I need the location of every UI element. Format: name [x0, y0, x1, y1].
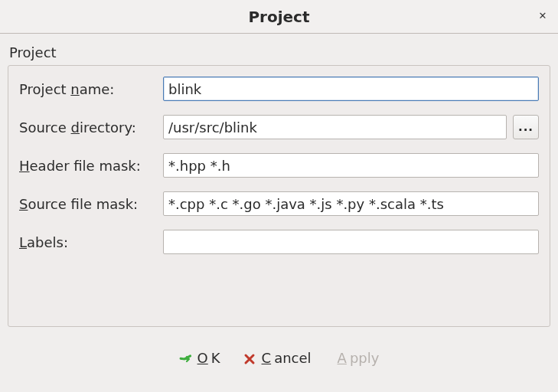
- button-text: ancel: [274, 350, 311, 366]
- label-mnemonic: d: [71, 119, 80, 136]
- dialog-content: Project Project name: Source directory: …: [0, 34, 558, 368]
- label-labels: Labels:: [19, 234, 163, 250]
- row-source-mask: Source file mask:: [19, 191, 539, 216]
- labels-input[interactable]: [163, 230, 539, 254]
- row-header-mask: Header file mask:: [19, 153, 539, 178]
- button-text: pply: [350, 350, 380, 366]
- section-heading: Project: [9, 44, 550, 60]
- label-text: Project: [19, 81, 70, 97]
- label-mnemonic: n: [70, 81, 79, 97]
- button-bar: OK Cancel Apply: [8, 348, 550, 368]
- button-mnemonic: A: [338, 350, 347, 366]
- label-source-mask: Source file mask:: [19, 196, 163, 212]
- close-icon[interactable]: ✕: [535, 8, 550, 23]
- browse-button[interactable]: ...: [513, 115, 539, 139]
- apply-button: Apply: [331, 348, 383, 368]
- label-header-mask: Header file mask:: [19, 158, 163, 174]
- row-project-name: Project name:: [19, 77, 539, 101]
- label-text: eader file mask:: [30, 158, 141, 174]
- ok-icon: [179, 352, 191, 364]
- label-text: ource file mask:: [28, 196, 138, 212]
- ok-button[interactable]: OK: [176, 348, 224, 368]
- form-group: Project name: Source directory: ... Head…: [8, 65, 550, 327]
- window-title: Project: [248, 8, 309, 26]
- label-text: Source: [19, 119, 71, 136]
- label-text: abels:: [27, 234, 68, 250]
- label-project-name: Project name:: [19, 81, 163, 97]
- cancel-button[interactable]: Cancel: [240, 348, 315, 368]
- cancel-icon: [243, 352, 256, 364]
- label-source-directory: Source directory:: [19, 119, 163, 136]
- project-name-input[interactable]: [163, 77, 539, 101]
- label-text: irectory:: [80, 119, 136, 136]
- source-directory-input[interactable]: [163, 115, 507, 139]
- button-text: K: [211, 350, 220, 366]
- label-mnemonic: H: [19, 158, 30, 174]
- header-mask-input[interactable]: [163, 153, 539, 178]
- source-mask-input[interactable]: [163, 191, 539, 216]
- row-labels: Labels:: [19, 230, 539, 254]
- label-mnemonic: L: [19, 234, 27, 250]
- label-text: ame:: [80, 81, 115, 97]
- button-mnemonic: C: [262, 350, 272, 366]
- row-source-directory: Source directory: ...: [19, 115, 539, 139]
- button-mnemonic: O: [197, 350, 208, 366]
- title-bar: Project ✕: [0, 0, 558, 34]
- label-mnemonic: S: [19, 196, 28, 212]
